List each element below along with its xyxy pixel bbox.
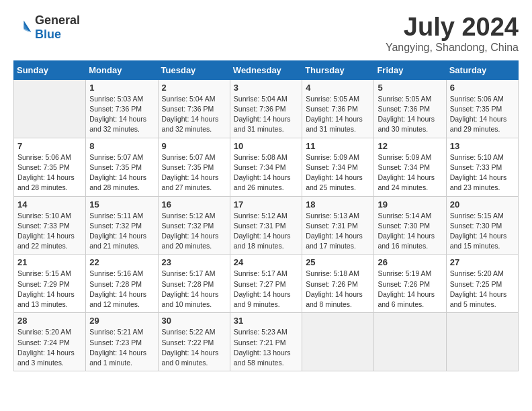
- day-number: 12: [378, 141, 442, 151]
- header-sunday: Sunday: [14, 60, 86, 79]
- day-cell: 17Sunrise: 5:12 AM Sunset: 7:31 PM Dayli…: [230, 196, 302, 255]
- day-cell: 9Sunrise: 5:07 AM Sunset: 7:35 PM Daylig…: [158, 138, 230, 196]
- day-info: Sunrise: 5:17 AM Sunset: 7:27 PM Dayligh…: [234, 269, 298, 310]
- day-cell: 8Sunrise: 5:07 AM Sunset: 7:35 PM Daylig…: [86, 138, 158, 196]
- day-info: Sunrise: 5:15 AM Sunset: 7:29 PM Dayligh…: [17, 269, 82, 310]
- location-title: Yangying, Shandong, China: [386, 42, 519, 54]
- day-number: 29: [89, 316, 154, 326]
- day-info: Sunrise: 5:08 AM Sunset: 7:34 PM Dayligh…: [234, 152, 298, 193]
- day-info: Sunrise: 5:09 AM Sunset: 7:34 PM Dayligh…: [378, 152, 442, 193]
- day-cell: [374, 313, 446, 371]
- day-info: Sunrise: 5:04 AM Sunset: 7:36 PM Dayligh…: [234, 94, 298, 135]
- day-info: Sunrise: 5:05 AM Sunset: 7:36 PM Dayligh…: [306, 94, 370, 135]
- header-tuesday: Tuesday: [158, 60, 230, 79]
- day-cell: 29Sunrise: 5:21 AM Sunset: 7:23 PM Dayli…: [86, 313, 158, 371]
- day-cell: [446, 313, 518, 371]
- day-cell: 4Sunrise: 5:05 AM Sunset: 7:36 PM Daylig…: [302, 79, 374, 138]
- day-number: 13: [450, 141, 515, 151]
- day-number: 25: [306, 257, 370, 267]
- day-number: 7: [17, 141, 82, 151]
- logo-text: General Blue: [35, 13, 80, 42]
- day-cell: [14, 79, 86, 138]
- day-info: Sunrise: 5:11 AM Sunset: 7:32 PM Dayligh…: [89, 211, 154, 252]
- title-block: July 2024 Yangying, Shandong, China: [386, 13, 519, 54]
- day-info: Sunrise: 5:09 AM Sunset: 7:34 PM Dayligh…: [306, 152, 370, 193]
- logo-icon: [13, 18, 32, 37]
- day-number: 22: [89, 257, 154, 267]
- day-info: Sunrise: 5:23 AM Sunset: 7:21 PM Dayligh…: [234, 327, 298, 368]
- day-number: 14: [17, 199, 82, 210]
- day-info: Sunrise: 5:18 AM Sunset: 7:26 PM Dayligh…: [306, 269, 370, 310]
- day-number: 21: [17, 257, 82, 267]
- day-number: 10: [234, 141, 298, 151]
- day-info: Sunrise: 5:12 AM Sunset: 7:32 PM Dayligh…: [162, 211, 226, 252]
- day-cell: 10Sunrise: 5:08 AM Sunset: 7:34 PM Dayli…: [230, 138, 302, 196]
- day-info: Sunrise: 5:05 AM Sunset: 7:36 PM Dayligh…: [378, 94, 442, 135]
- calendar-header-row: SundayMondayTuesdayWednesdayThursdayFrid…: [14, 60, 519, 79]
- day-number: 30: [162, 316, 226, 326]
- day-number: 31: [234, 316, 298, 326]
- day-number: 15: [89, 199, 154, 210]
- day-info: Sunrise: 5:20 AM Sunset: 7:24 PM Dayligh…: [17, 327, 82, 368]
- day-number: 6: [450, 83, 515, 93]
- day-cell: 31Sunrise: 5:23 AM Sunset: 7:21 PM Dayli…: [230, 313, 302, 371]
- day-info: Sunrise: 5:06 AM Sunset: 7:35 PM Dayligh…: [17, 152, 82, 193]
- day-cell: 1Sunrise: 5:03 AM Sunset: 7:36 PM Daylig…: [86, 79, 158, 138]
- day-info: Sunrise: 5:20 AM Sunset: 7:25 PM Dayligh…: [450, 269, 515, 310]
- day-info: Sunrise: 5:07 AM Sunset: 7:35 PM Dayligh…: [89, 152, 154, 193]
- day-number: 20: [450, 199, 515, 210]
- day-number: 18: [306, 199, 370, 210]
- week-row-3: 14Sunrise: 5:10 AM Sunset: 7:33 PM Dayli…: [14, 196, 519, 255]
- day-number: 19: [378, 199, 442, 210]
- week-row-4: 21Sunrise: 5:15 AM Sunset: 7:29 PM Dayli…: [14, 255, 519, 313]
- day-cell: [302, 313, 374, 371]
- header-thursday: Thursday: [302, 60, 374, 79]
- day-info: Sunrise: 5:04 AM Sunset: 7:36 PM Dayligh…: [162, 94, 226, 135]
- day-number: 11: [306, 141, 370, 151]
- day-number: 9: [162, 141, 226, 151]
- day-cell: 28Sunrise: 5:20 AM Sunset: 7:24 PM Dayli…: [14, 313, 86, 371]
- month-title: July 2024: [386, 13, 519, 42]
- logo: General Blue: [13, 13, 80, 42]
- day-info: Sunrise: 5:13 AM Sunset: 7:31 PM Dayligh…: [306, 211, 370, 252]
- day-info: Sunrise: 5:17 AM Sunset: 7:28 PM Dayligh…: [162, 269, 226, 310]
- day-cell: 2Sunrise: 5:04 AM Sunset: 7:36 PM Daylig…: [158, 79, 230, 138]
- day-number: 4: [306, 83, 370, 93]
- day-info: Sunrise: 5:14 AM Sunset: 7:30 PM Dayligh…: [378, 211, 442, 252]
- day-number: 23: [162, 257, 226, 267]
- svg-rect-0: [13, 18, 32, 37]
- week-row-1: 1Sunrise: 5:03 AM Sunset: 7:36 PM Daylig…: [14, 79, 519, 138]
- header-monday: Monday: [86, 60, 158, 79]
- header-saturday: Saturday: [446, 60, 518, 79]
- day-info: Sunrise: 5:15 AM Sunset: 7:30 PM Dayligh…: [450, 211, 515, 252]
- day-cell: 19Sunrise: 5:14 AM Sunset: 7:30 PM Dayli…: [374, 196, 446, 255]
- day-cell: 18Sunrise: 5:13 AM Sunset: 7:31 PM Dayli…: [302, 196, 374, 255]
- calendar-table: SundayMondayTuesdayWednesdayThursdayFrid…: [13, 60, 519, 371]
- day-info: Sunrise: 5:03 AM Sunset: 7:36 PM Dayligh…: [89, 94, 154, 135]
- day-info: Sunrise: 5:22 AM Sunset: 7:22 PM Dayligh…: [162, 327, 226, 368]
- day-number: 16: [162, 199, 226, 210]
- day-info: Sunrise: 5:10 AM Sunset: 7:33 PM Dayligh…: [17, 211, 82, 252]
- day-cell: 5Sunrise: 5:05 AM Sunset: 7:36 PM Daylig…: [374, 79, 446, 138]
- day-number: 28: [17, 316, 82, 326]
- day-info: Sunrise: 5:07 AM Sunset: 7:35 PM Dayligh…: [162, 152, 226, 193]
- page-header: General Blue July 2024 Yangying, Shandon…: [13, 13, 519, 54]
- day-cell: 25Sunrise: 5:18 AM Sunset: 7:26 PM Dayli…: [302, 255, 374, 313]
- day-cell: 26Sunrise: 5:19 AM Sunset: 7:26 PM Dayli…: [374, 255, 446, 313]
- day-cell: 11Sunrise: 5:09 AM Sunset: 7:34 PM Dayli…: [302, 138, 374, 196]
- day-cell: 21Sunrise: 5:15 AM Sunset: 7:29 PM Dayli…: [14, 255, 86, 313]
- day-cell: 12Sunrise: 5:09 AM Sunset: 7:34 PM Dayli…: [374, 138, 446, 196]
- day-info: Sunrise: 5:16 AM Sunset: 7:28 PM Dayligh…: [89, 269, 154, 310]
- day-cell: 20Sunrise: 5:15 AM Sunset: 7:30 PM Dayli…: [446, 196, 518, 255]
- day-info: Sunrise: 5:06 AM Sunset: 7:35 PM Dayligh…: [450, 94, 515, 135]
- day-number: 2: [162, 83, 226, 93]
- day-cell: 27Sunrise: 5:20 AM Sunset: 7:25 PM Dayli…: [446, 255, 518, 313]
- header-wednesday: Wednesday: [230, 60, 302, 79]
- day-info: Sunrise: 5:21 AM Sunset: 7:23 PM Dayligh…: [89, 327, 154, 368]
- day-number: 27: [450, 257, 515, 267]
- week-row-5: 28Sunrise: 5:20 AM Sunset: 7:24 PM Dayli…: [14, 313, 519, 371]
- day-cell: 3Sunrise: 5:04 AM Sunset: 7:36 PM Daylig…: [230, 79, 302, 138]
- day-info: Sunrise: 5:19 AM Sunset: 7:26 PM Dayligh…: [378, 269, 442, 310]
- day-number: 24: [234, 257, 298, 267]
- day-cell: 22Sunrise: 5:16 AM Sunset: 7:28 PM Dayli…: [86, 255, 158, 313]
